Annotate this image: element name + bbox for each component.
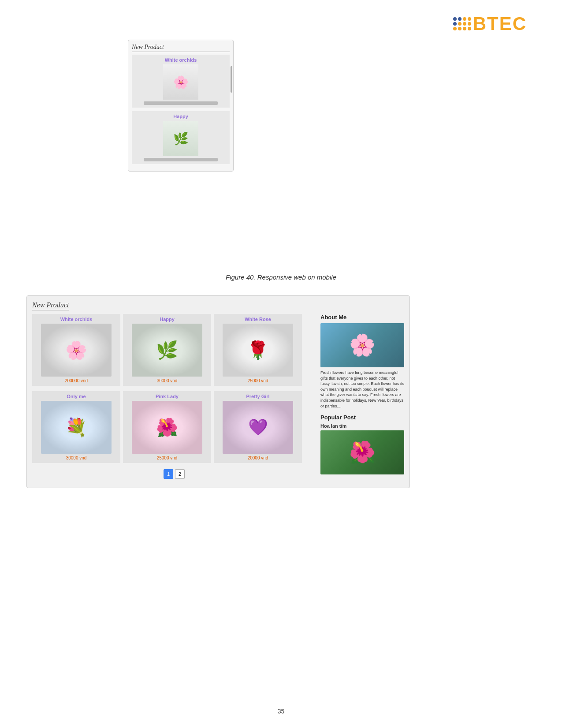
mobile-product-card: Happy [132, 111, 230, 164]
dot [453, 17, 457, 21]
sidebar-popular-post: Popular Post Hoa lan tím [320, 414, 404, 474]
mobile-new-product-title: New Product [132, 44, 230, 52]
mobile-frame: New Product White orchids Happy [128, 40, 234, 172]
product-price: 20000 vnđ [216, 455, 299, 460]
dot [453, 27, 457, 30]
mobile-content: New Product White orchids Happy [128, 40, 233, 171]
product-card-pink-lady[interactable]: Pink Lady 25000 vnđ [123, 391, 211, 463]
product-image [223, 324, 293, 377]
dot [458, 27, 462, 30]
product-name: Pretty Girl [216, 394, 299, 399]
product-price: 200000 vnđ [35, 378, 118, 383]
product-grid: White orchids 200000 vnđ Happy 30000 vnđ… [32, 314, 314, 466]
product-name: Only me [35, 394, 118, 399]
sidebar-about-image [320, 323, 404, 367]
product-card-only-me[interactable]: Only me 30000 vnđ [32, 391, 120, 463]
product-name: White Rose [216, 317, 299, 322]
mobile-product-image [163, 121, 198, 156]
page-button-1[interactable]: 1 [164, 469, 173, 479]
desktop-screenshot-section: New Product White orchids 200000 vnđ Hap… [26, 295, 410, 488]
sidebar-about-text: Fresh flowers have long become meaningfu… [320, 370, 404, 409]
product-image [41, 324, 112, 377]
desktop-main-content: White orchids 200000 vnđ Happy 30000 vnđ… [32, 314, 404, 482]
product-card-white-orchids[interactable]: White orchids 200000 vnđ [32, 314, 120, 386]
product-name: Happy [126, 317, 208, 322]
product-price: 25000 vnđ [126, 455, 208, 460]
dot [463, 22, 466, 26]
product-card-pretty-girl[interactable]: Pretty Girl 20000 vnđ [214, 391, 302, 463]
product-image [41, 401, 112, 454]
mobile-product-name: White orchids [134, 57, 227, 63]
product-image [132, 401, 202, 454]
mobile-screenshot-section: New Product White orchids Happy [128, 40, 234, 172]
product-card-happy[interactable]: Happy 30000 vnđ [123, 314, 211, 386]
dot [468, 22, 471, 26]
dot [463, 17, 466, 21]
desktop-left: White orchids 200000 vnđ Happy 30000 vnđ… [32, 314, 316, 482]
btec-logo-text: BTEC [473, 13, 527, 34]
sidebar-about-me: About Me Fresh flowers have long become … [320, 314, 404, 409]
page-button-2[interactable]: 2 [175, 469, 185, 479]
sidebar-about-me-title: About Me [320, 314, 404, 321]
sidebar-popular-post-name: Hoa lan tím [320, 423, 404, 429]
product-price: 25000 vnđ [216, 378, 299, 383]
scrollbar[interactable] [231, 66, 232, 92]
product-name: White orchids [35, 317, 118, 322]
product-card-white-rose[interactable]: White Rose 25000 vnđ [214, 314, 302, 386]
page-number: 35 [278, 708, 285, 715]
desktop-inner: New Product White orchids 200000 vnđ Hap… [27, 296, 409, 488]
desktop-new-product-title: New Product [32, 301, 69, 310]
product-image [223, 401, 293, 454]
sidebar-popular-title: Popular Post [320, 414, 404, 421]
dot [463, 27, 466, 30]
dot [468, 17, 471, 21]
mobile-product-name: Happy [134, 114, 227, 119]
sidebar-popular-image [320, 430, 404, 474]
btec-dots-icon [453, 17, 471, 30]
mobile-price-bar [144, 101, 218, 105]
dot [468, 27, 471, 30]
product-image [132, 324, 202, 377]
product-price: 30000 vnđ [126, 378, 208, 383]
pagination: 1 2 [32, 469, 316, 482]
dot [458, 22, 462, 26]
mobile-price-bar [144, 158, 218, 161]
mobile-product-image [163, 64, 198, 100]
product-price: 30000 vnđ [35, 455, 118, 460]
mobile-product-card: White orchids [132, 55, 230, 108]
desktop-sidebar: About Me Fresh flowers have long become … [320, 314, 404, 482]
figure-caption: Figure 40. Responsive web on mobile [0, 273, 562, 281]
btec-logo: BTEC [453, 13, 527, 34]
dot [458, 17, 462, 21]
dot [453, 22, 457, 26]
product-name: Pink Lady [126, 394, 208, 399]
